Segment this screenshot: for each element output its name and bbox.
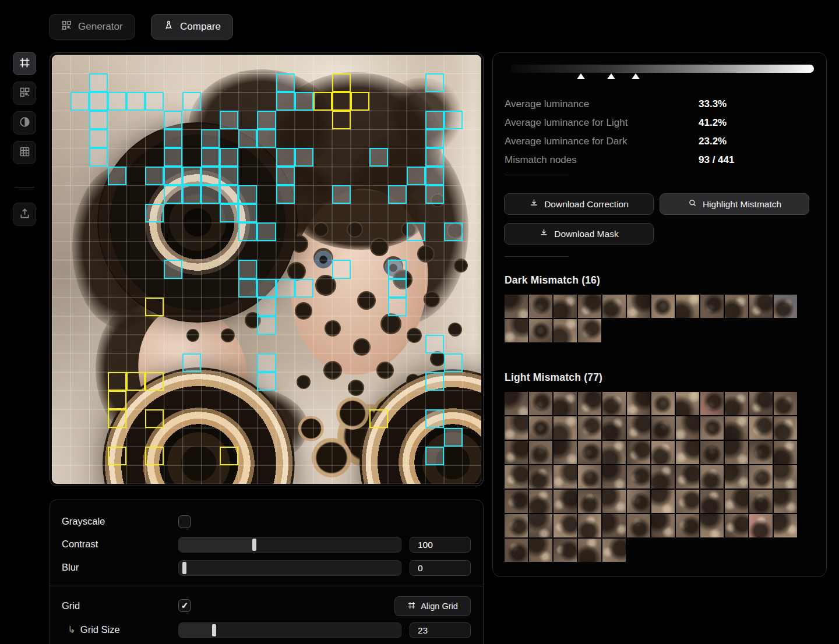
contrast-slider[interactable]	[178, 537, 401, 553]
grid-size-value-input[interactable]: 23	[410, 622, 471, 638]
mismatch-thumbnail[interactable]	[602, 490, 626, 513]
mismatch-thumbnail[interactable]	[627, 295, 650, 318]
download-correction-button[interactable]: Download Correction	[504, 193, 654, 215]
mismatch-thumbnail[interactable]	[700, 465, 724, 489]
mismatch-thumbnail[interactable]	[529, 514, 552, 537]
mismatch-thumbnail[interactable]	[651, 514, 675, 537]
mismatch-thumbnail[interactable]	[700, 295, 724, 318]
tool-qr-button[interactable]	[13, 82, 36, 105]
mismatch-thumbnail[interactable]	[529, 539, 552, 562]
grayscale-checkbox[interactable]	[178, 515, 191, 528]
mismatch-thumbnail[interactable]	[505, 539, 528, 562]
mismatch-thumbnail[interactable]	[700, 441, 724, 464]
mismatch-thumbnail[interactable]	[529, 295, 552, 318]
mismatch-thumbnail[interactable]	[554, 441, 577, 464]
mismatch-thumbnail[interactable]	[554, 392, 577, 415]
mismatch-thumbnail[interactable]	[505, 441, 528, 464]
mismatch-thumbnail[interactable]	[554, 319, 577, 342]
mismatch-thumbnail[interactable]	[725, 392, 748, 415]
mismatch-thumbnail[interactable]	[627, 441, 650, 464]
mismatch-thumbnail[interactable]	[749, 416, 773, 440]
mismatch-thumbnail[interactable]	[651, 465, 675, 489]
contrast-value-input[interactable]: 100	[410, 537, 471, 553]
mismatch-thumbnail[interactable]	[602, 295, 626, 318]
mismatch-thumbnail[interactable]	[700, 514, 724, 537]
mismatch-thumbnail[interactable]	[725, 465, 748, 489]
mismatch-thumbnail[interactable]	[700, 416, 724, 440]
mismatch-thumbnail[interactable]	[676, 416, 699, 440]
mismatch-thumbnail[interactable]	[578, 490, 601, 513]
mismatch-thumbnail[interactable]	[725, 441, 748, 464]
mismatch-thumbnail[interactable]	[529, 465, 552, 489]
mismatch-thumbnail[interactable]	[676, 441, 699, 464]
tool-frame-button[interactable]	[13, 52, 36, 75]
mismatch-thumbnail[interactable]	[774, 490, 797, 513]
grid-checkbox[interactable]: ✓	[178, 599, 191, 612]
mismatch-thumbnail[interactable]	[602, 539, 626, 562]
mismatch-thumbnail[interactable]	[725, 416, 748, 440]
tab-compare[interactable]: Compare	[151, 14, 233, 40]
mismatch-thumbnail[interactable]	[505, 416, 528, 440]
mismatch-thumbnail[interactable]	[505, 514, 528, 537]
download-mask-button[interactable]: Download Mask	[504, 223, 654, 245]
mismatch-thumbnail[interactable]	[749, 441, 773, 464]
tool-upload-button[interactable]	[13, 203, 36, 226]
mismatch-thumbnail[interactable]	[774, 514, 797, 537]
mismatch-thumbnail[interactable]	[725, 514, 748, 537]
mismatch-thumbnail[interactable]	[725, 295, 748, 318]
mismatch-thumbnail[interactable]	[774, 392, 797, 415]
tab-generator[interactable]: Generator	[49, 14, 135, 40]
mismatch-thumbnail[interactable]	[700, 490, 724, 513]
tool-grid-button[interactable]	[13, 141, 36, 164]
mismatch-thumbnail[interactable]	[651, 416, 675, 440]
grid-size-slider-knob[interactable]	[212, 624, 216, 636]
mismatch-thumbnail[interactable]	[529, 490, 552, 513]
align-grid-button[interactable]: Align Grid	[394, 596, 471, 616]
mismatch-thumbnail[interactable]	[554, 490, 577, 513]
mismatch-thumbnail[interactable]	[602, 514, 626, 537]
mismatch-thumbnail[interactable]	[676, 490, 699, 513]
mismatch-thumbnail[interactable]	[554, 465, 577, 489]
compare-canvas[interactable]	[50, 52, 484, 486]
contrast-slider-knob[interactable]	[252, 539, 256, 551]
mismatch-thumbnail[interactable]	[602, 465, 626, 489]
mismatch-thumbnail[interactable]	[749, 295, 773, 318]
highlight-mismatch-button[interactable]: Highlight Mistmatch	[660, 193, 809, 215]
mismatch-thumbnail[interactable]	[578, 514, 601, 537]
mismatch-thumbnail[interactable]	[774, 441, 797, 464]
mismatch-thumbnail[interactable]	[725, 490, 748, 513]
mismatch-thumbnail[interactable]	[602, 416, 626, 440]
mismatch-thumbnail[interactable]	[505, 295, 528, 318]
mismatch-thumbnail[interactable]	[676, 392, 699, 415]
grid-size-slider[interactable]	[178, 622, 401, 638]
mismatch-thumbnail[interactable]	[578, 295, 601, 318]
mismatch-thumbnail[interactable]	[578, 441, 601, 464]
mismatch-thumbnail[interactable]	[578, 416, 601, 440]
mismatch-thumbnail[interactable]	[505, 319, 528, 342]
mismatch-thumbnail[interactable]	[505, 465, 528, 489]
mismatch-thumbnail[interactable]	[676, 514, 699, 537]
mismatch-thumbnail[interactable]	[554, 539, 577, 562]
blur-slider[interactable]	[178, 560, 401, 576]
mismatch-thumbnail[interactable]	[578, 539, 601, 562]
mismatch-thumbnail[interactable]	[651, 441, 675, 464]
mismatch-thumbnail[interactable]	[627, 392, 650, 415]
mismatch-thumbnail[interactable]	[651, 490, 675, 513]
mismatch-thumbnail[interactable]	[554, 295, 577, 318]
mismatch-thumbnail[interactable]	[529, 441, 552, 464]
mismatch-thumbnail[interactable]	[627, 416, 650, 440]
mismatch-thumbnail[interactable]	[529, 416, 552, 440]
mismatch-thumbnail[interactable]	[627, 465, 650, 489]
mismatch-thumbnail[interactable]	[774, 465, 797, 489]
mismatch-thumbnail[interactable]	[627, 490, 650, 513]
blur-value-input[interactable]: 0	[410, 560, 471, 576]
mismatch-thumbnail[interactable]	[700, 392, 724, 415]
mismatch-thumbnail[interactable]	[554, 416, 577, 440]
blur-slider-knob[interactable]	[182, 562, 186, 574]
mismatch-thumbnail[interactable]	[627, 514, 650, 537]
mismatch-thumbnail[interactable]	[529, 392, 552, 415]
mismatch-thumbnail[interactable]	[578, 465, 601, 489]
mismatch-thumbnail[interactable]	[505, 392, 528, 415]
mismatch-thumbnail[interactable]	[749, 465, 773, 489]
mismatch-thumbnail[interactable]	[578, 319, 601, 342]
